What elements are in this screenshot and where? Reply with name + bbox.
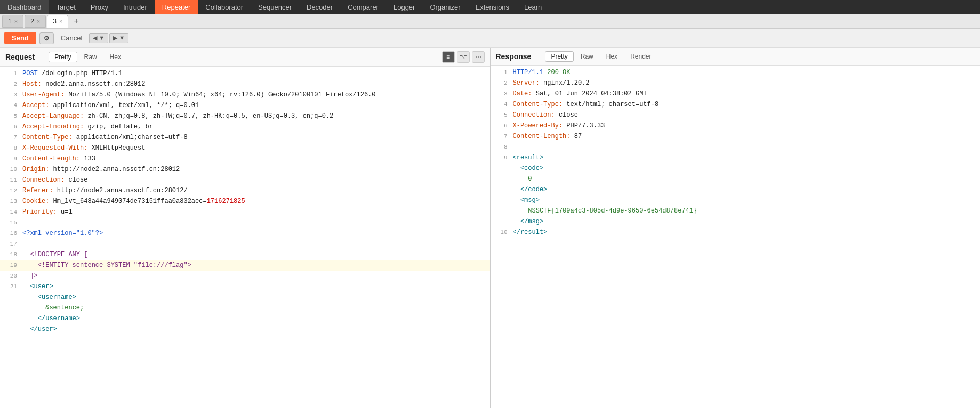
nav-extensions[interactable]: Extensions: [468, 0, 517, 14]
nav-intruder[interactable]: Intruder: [116, 0, 155, 14]
line-number: 17: [2, 239, 17, 249]
request-title: Request: [5, 53, 35, 61]
line-number: 19: [2, 260, 17, 271]
request-code-area[interactable]: 1POST /doLogin.php HTTP/1.12Host: node2.…: [0, 67, 490, 408]
tab-3-close[interactable]: ×: [59, 18, 62, 25]
response-tab-render[interactable]: Render: [624, 51, 657, 62]
nav-dashboard[interactable]: Dashboard: [0, 0, 49, 14]
response-line: 10</result>: [491, 227, 981, 238]
request-line: 12Referer: http://node2.anna.nssctf.cn:2…: [0, 186, 490, 197]
line-content: Content-Type: application/xml;charset=ut…: [22, 133, 488, 143]
line-content: <msg>: [513, 195, 978, 206]
line-number: [493, 217, 508, 217]
request-line: 5Accept-Language: zh-CN, zh;q=0.8, zh-TW…: [0, 111, 490, 122]
response-tab-group: Pretty Raw Hex Render: [545, 51, 657, 62]
nav-proxy[interactable]: Proxy: [83, 0, 116, 14]
line-number: [2, 314, 17, 314]
request-panel: Request Pretty Raw Hex ≡ ⌥ ⋯ 1POST /doLo…: [0, 48, 491, 408]
line-content: <result>: [513, 153, 978, 163]
request-line: 21 <user>: [0, 282, 490, 292]
request-line: 13Cookie: Hm_lvt_648a44a949074de73151ffa…: [0, 197, 490, 207]
line-number: 13: [2, 197, 17, 207]
request-tab-group: Pretty Raw Hex: [49, 52, 127, 62]
response-tab-pretty[interactable]: Pretty: [545, 51, 573, 62]
response-line: 2Server: nginx/1.20.2: [491, 78, 981, 89]
response-line: </msg>: [491, 217, 981, 227]
request-line: &sentence;: [0, 303, 490, 314]
line-number: 5: [493, 110, 508, 120]
line-content: Accept-Language: zh-CN, zh;q=0.8, zh-TW;…: [22, 111, 488, 121]
response-line: 8: [491, 142, 981, 153]
request-tab-hex[interactable]: Hex: [104, 52, 127, 62]
line-content: Priority: u=1: [22, 207, 488, 217]
line-number: 8: [493, 142, 508, 152]
request-line: 18 <!DOCTYPE ANY [: [0, 250, 490, 260]
tab-2-close[interactable]: ×: [37, 18, 40, 25]
repeater-toolbar: Send ⚙ Cancel ◀ ▼ ▶ ▼: [0, 29, 980, 48]
response-tab-raw[interactable]: Raw: [575, 51, 599, 62]
nav-target[interactable]: Target: [49, 0, 83, 14]
line-content: User-Agent: Mozilla/5.0 (Windows NT 10.0…: [22, 90, 488, 100]
line-number: [493, 164, 508, 164]
request-line: 10Origin: http://node2.anna.nssctf.cn:28…: [0, 165, 490, 175]
repeater-tab-bar: 1 × 2 × 3 × +: [0, 14, 980, 29]
add-tab-button[interactable]: +: [69, 15, 83, 28]
nav-learn[interactable]: Learn: [517, 0, 549, 14]
line-number: 5: [2, 111, 17, 121]
response-code-area[interactable]: 1HTTP/1.1 200 OK2Server: nginx/1.20.23Da…: [491, 66, 981, 408]
request-line: 8X-Requested-With: XMLHttpRequest: [0, 143, 490, 154]
line-content: </username>: [22, 314, 488, 324]
nav-comparer[interactable]: Comparer: [340, 0, 386, 14]
more-options-icon[interactable]: ⋯: [472, 51, 485, 63]
line-content: Accept: application/xml, text/xml, */*; …: [22, 101, 488, 111]
word-wrap-icon[interactable]: ≡: [442, 51, 455, 63]
nav-logger[interactable]: Logger: [386, 0, 422, 14]
nav-collaborator[interactable]: Collaborator: [198, 0, 251, 14]
line-content: </code>: [513, 185, 978, 195]
request-line: 20 ]>: [0, 271, 490, 282]
line-number: 9: [2, 154, 17, 164]
line-content: <!DOCTYPE ANY [: [22, 250, 488, 260]
line-number: [2, 303, 17, 304]
line-content: 0: [513, 174, 978, 184]
tab-3-label: 3: [53, 18, 57, 25]
request-line: 2Host: node2.anna.nssctf.cn:28012: [0, 79, 490, 90]
response-line: <code>: [491, 164, 981, 174]
nav-organizer[interactable]: Organizer: [422, 0, 468, 14]
history-navigation: ◀ ▼ ▶ ▼: [89, 33, 128, 43]
tab-1-label: 1: [8, 18, 12, 25]
repeater-tab-2[interactable]: 2 ×: [25, 15, 46, 28]
line-number: 12: [2, 186, 17, 196]
tab-1-close[interactable]: ×: [14, 18, 18, 25]
response-tab-hex[interactable]: Hex: [600, 51, 623, 62]
request-tab-pretty[interactable]: Pretty: [49, 52, 77, 62]
response-line: </code>: [491, 185, 981, 195]
line-number: 3: [2, 90, 17, 100]
request-line: 19 <!ENTITY sentence SYSTEM "file:///fla…: [0, 260, 490, 271]
line-number: [493, 174, 508, 175]
cancel-button[interactable]: Cancel: [57, 32, 86, 44]
request-line: 11Connection: close: [0, 175, 490, 186]
line-number: 8: [2, 143, 17, 153]
request-tab-raw[interactable]: Raw: [78, 52, 103, 62]
line-number: [2, 292, 17, 293]
nav-decoder[interactable]: Decoder: [299, 0, 340, 14]
nav-sequencer[interactable]: Sequencer: [251, 0, 299, 14]
nav-next-button[interactable]: ▶ ▼: [109, 33, 128, 43]
line-content: Host: node2.anna.nssctf.cn:28012: [22, 79, 488, 89]
line-content: Origin: http://node2.anna.nssctf.cn:2801…: [22, 165, 488, 175]
tab-2-label: 2: [30, 18, 34, 25]
repeater-tab-1[interactable]: 1 ×: [2, 15, 23, 28]
nav-repeater[interactable]: Repeater: [155, 0, 198, 14]
nav-prev-button[interactable]: ◀ ▼: [89, 33, 108, 43]
line-number: 16: [2, 229, 17, 239]
response-panel-header: Response Pretty Raw Hex Render: [491, 48, 981, 66]
line-content: Content-Type: text/html; charset=utf-8: [513, 100, 978, 110]
format-icon[interactable]: ⌥: [457, 51, 470, 63]
send-button[interactable]: Send: [4, 32, 36, 44]
line-content: Referer: http://node2.anna.nssctf.cn:280…: [22, 186, 488, 196]
response-line: 6X-Powered-By: PHP/7.3.33: [491, 121, 981, 132]
line-content: <username>: [22, 292, 488, 303]
settings-button[interactable]: ⚙: [39, 32, 54, 44]
repeater-tab-3[interactable]: 3 ×: [47, 15, 68, 28]
